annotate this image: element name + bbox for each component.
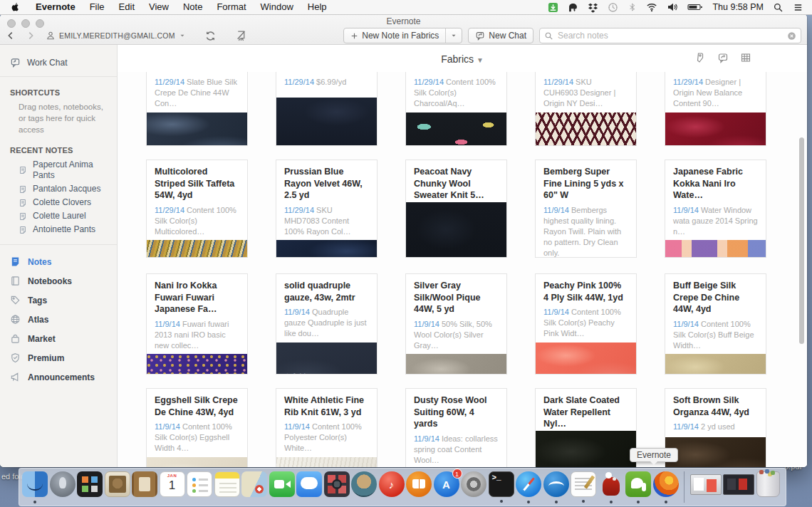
volume-icon[interactable] bbox=[667, 1, 678, 13]
sidebar-item-notes[interactable]: Notes bbox=[0, 252, 117, 271]
minimized-window-1-dock-icon[interactable] bbox=[690, 474, 722, 495]
evernote-dock-icon[interactable] bbox=[625, 471, 651, 497]
sidebar-item-work-chat[interactable]: Work Chat bbox=[0, 53, 117, 71]
evernote-elephant-icon[interactable] bbox=[568, 2, 578, 13]
note-card[interactable]: Peachy Pink 100% 4 Ply Silk 44W, 1yd11/9… bbox=[535, 273, 637, 375]
bluetooth-icon[interactable] bbox=[628, 2, 637, 13]
app-store-dock-icon[interactable]: A1 bbox=[434, 471, 459, 497]
recent-note-item[interactable]: Colette Laurel bbox=[0, 209, 117, 223]
menu-evernote[interactable]: Evernote bbox=[28, 0, 83, 14]
note-card[interactable]: Dusty Rose Wool Suiting 60W, 4 yards11/9… bbox=[405, 388, 507, 467]
menu-file[interactable]: File bbox=[83, 0, 112, 14]
messages-dock-icon[interactable] bbox=[296, 471, 322, 497]
facetime-dock-icon[interactable] bbox=[269, 471, 295, 497]
note-card[interactable]: Japanese Fabric Kokka Nani Iro Wate…11/9… bbox=[665, 160, 766, 258]
note-card[interactable]: 11/29/14 $6.99/yd bbox=[276, 72, 378, 146]
time-machine-icon[interactable] bbox=[608, 2, 618, 13]
wifi-icon[interactable] bbox=[646, 1, 657, 13]
menu-help[interactable]: Help bbox=[301, 0, 334, 14]
battery-icon[interactable] bbox=[687, 1, 703, 13]
new-note-dropdown[interactable] bbox=[445, 28, 462, 43]
photos-dock-icon[interactable] bbox=[351, 471, 377, 497]
maps-dock-icon[interactable] bbox=[241, 471, 267, 497]
system-preferences-dock-icon[interactable] bbox=[461, 471, 486, 497]
close-button[interactable] bbox=[7, 19, 16, 28]
apple-menu-icon[interactable] bbox=[0, 1, 28, 13]
recent-note-item[interactable]: Colette Clovers bbox=[0, 196, 117, 209]
sidebar-item-premium[interactable]: Premium bbox=[0, 348, 117, 367]
note-card[interactable]: Soft Brown Silk Organza 44W, 4yd11/9/14 … bbox=[665, 388, 766, 467]
textedit-dock-icon[interactable] bbox=[571, 471, 596, 497]
safari-dock-icon[interactable] bbox=[516, 471, 541, 497]
menu-view[interactable]: View bbox=[142, 0, 176, 14]
note-card[interactable]: Buff Beige Silk Crepe De Chine 44W, 4yd1… bbox=[665, 273, 766, 375]
dashboard-dock-icon[interactable] bbox=[77, 471, 103, 497]
back-button[interactable] bbox=[6, 31, 16, 41]
note-card[interactable]: Dark Slate Coated Water Repellent Nyl… bbox=[535, 388, 637, 467]
scrollbar-thumb[interactable] bbox=[799, 137, 804, 344]
note-card[interactable]: Nani Iro Kokka Fuwari Fuwari Japanese Fa… bbox=[146, 273, 248, 375]
notification-center-icon[interactable] bbox=[793, 2, 803, 13]
menu-format[interactable]: Format bbox=[209, 0, 253, 14]
clear-search-icon[interactable] bbox=[787, 31, 796, 41]
recent-note-item[interactable]: Papercut Anima Pants bbox=[0, 158, 117, 182]
sidebar-item-tags[interactable]: Tags bbox=[0, 291, 117, 310]
note-card[interactable]: 11/29/14 Designer | Origin New Balance C… bbox=[665, 72, 766, 146]
note-card[interactable]: Eggshell Silk Crepe De Chine 43W, 4yd11/… bbox=[146, 388, 248, 467]
note-card[interactable]: Prussian Blue Rayon Velvet 46W, 2.5 yd11… bbox=[276, 160, 378, 258]
openoffice-dock-icon[interactable] bbox=[543, 471, 569, 497]
note-card[interactable]: solid quadruple gauze, 43w, 2mtr11/9/14 … bbox=[276, 273, 378, 375]
forward-button[interactable] bbox=[26, 31, 36, 41]
note-card[interactable]: White Athletic Fine Rib Knit 61W, 3 yd11… bbox=[276, 388, 378, 467]
recent-note-item[interactable]: Antoinette Pants bbox=[0, 223, 117, 236]
new-chat-button[interactable]: New Chat bbox=[468, 28, 533, 43]
presentation-mode-button[interactable] bbox=[235, 30, 247, 42]
contacts-dock-icon[interactable] bbox=[132, 471, 157, 497]
share-icon[interactable] bbox=[717, 52, 729, 63]
finder-dock-icon[interactable] bbox=[22, 471, 48, 497]
note-card[interactable]: Multicolored Striped Silk Taffeta 54W, 4… bbox=[146, 160, 248, 258]
sidebar-item-market[interactable]: Market bbox=[0, 329, 117, 348]
spotlight-search-icon[interactable] bbox=[773, 2, 784, 13]
ibooks-dock-icon[interactable] bbox=[406, 471, 432, 497]
launchpad-dock-icon[interactable] bbox=[50, 471, 76, 497]
sidebar-item-notebooks[interactable]: Notebooks bbox=[0, 271, 117, 291]
sync-button[interactable] bbox=[204, 30, 217, 42]
menu-window[interactable]: Window bbox=[254, 0, 301, 14]
note-list-header: Fabrics ▼ bbox=[118, 45, 807, 72]
search-input[interactable] bbox=[556, 30, 787, 41]
minimize-button[interactable] bbox=[21, 19, 30, 28]
new-note-button[interactable]: New Note in Fabrics bbox=[343, 28, 462, 43]
note-card[interactable]: Bemberg Super Fine Lining 5 yds x 60" W1… bbox=[535, 160, 637, 258]
note-card[interactable]: 11/29/14 SKU CUH6903 Designer | Origin N… bbox=[535, 72, 637, 146]
terminal-dock-icon[interactable]: >_ bbox=[489, 471, 514, 497]
grid-view-icon[interactable] bbox=[740, 52, 751, 63]
work-chat-icon bbox=[10, 57, 21, 68]
trash-dock-icon[interactable] bbox=[756, 471, 780, 497]
tags-icon[interactable] bbox=[694, 52, 706, 63]
menu-edit[interactable]: Edit bbox=[112, 0, 142, 14]
reminders-dock-icon[interactable] bbox=[187, 471, 212, 497]
account-switcher[interactable]: EMILY.MEREDITH@GMAIL.COM bbox=[46, 31, 186, 41]
note-card[interactable]: Peacoat Navy Chunky Wool Sweater Knit 5… bbox=[405, 160, 507, 258]
download-sync-icon[interactable] bbox=[548, 2, 558, 13]
zoom-button[interactable] bbox=[36, 19, 44, 28]
note-card[interactable]: 11/29/14 Slate Blue Silk Crepe De Chine … bbox=[146, 72, 248, 146]
santa-app-dock-icon[interactable] bbox=[598, 471, 624, 497]
note-card[interactable]: 11/29/14 Content 100% Silk Color(s) Char… bbox=[405, 72, 507, 146]
itunes-dock-icon[interactable]: ♪ bbox=[379, 471, 405, 497]
note-card[interactable]: Silver Gray Silk/Wool Pique 44W, 5 yd11/… bbox=[405, 273, 507, 375]
mail-dock-icon[interactable] bbox=[105, 471, 130, 497]
recent-note-item[interactable]: Pantalon Jacques bbox=[0, 182, 117, 196]
dropbox-icon[interactable] bbox=[588, 2, 598, 13]
menu-note[interactable]: Note bbox=[176, 0, 209, 14]
search-field[interactable] bbox=[539, 28, 801, 43]
menu-bar-clock[interactable]: Thu 9:58 PM bbox=[712, 2, 764, 12]
minimized-window-2-dock-icon[interactable] bbox=[723, 474, 754, 495]
firefox-dock-icon[interactable] bbox=[653, 471, 679, 497]
sidebar-item-announcements[interactable]: Announcements bbox=[0, 367, 117, 387]
sidebar-item-atlas[interactable]: Atlas bbox=[0, 310, 117, 329]
photo-booth-dock-icon[interactable] bbox=[324, 471, 350, 497]
calendar-dock-icon[interactable]: JAN1 bbox=[160, 471, 185, 497]
notes-app-dock-icon[interactable] bbox=[214, 471, 240, 497]
